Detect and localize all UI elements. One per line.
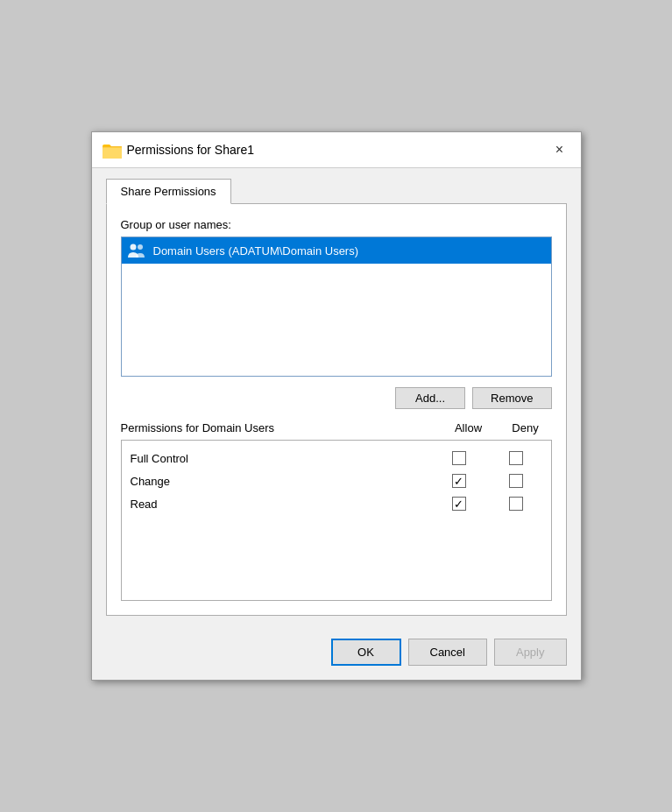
- perm-row-full-control: Full Control: [131, 451, 542, 465]
- tab-content: Group or user names: Domain: [106, 203, 567, 616]
- perm-row-change: Change: [131, 474, 542, 488]
- user-group-icon: [127, 241, 146, 260]
- title-bar-left: Permissions for Share1: [103, 142, 255, 158]
- permissions-dialog: Permissions for Share1 × Share Permissio…: [91, 131, 582, 681]
- perm-change-label: Change: [131, 475, 428, 488]
- read-allow-checkbox[interactable]: [452, 497, 466, 511]
- user-name: Domain Users (ADATUM\Domain Users): [153, 244, 359, 258]
- svg-rect-2: [103, 148, 122, 159]
- apply-button[interactable]: Apply: [494, 639, 567, 666]
- permissions-for-label: Permissions for Domain Users: [121, 421, 438, 434]
- ok-button[interactable]: OK: [331, 639, 401, 666]
- add-remove-buttons: Add... Remove: [121, 387, 552, 409]
- title-bar: Permissions for Share1 ×: [92, 132, 581, 168]
- perm-full-control-label: Full Control: [131, 452, 428, 465]
- full-control-deny-checkbox[interactable]: [509, 451, 523, 465]
- tab-header: Share Permissions: [106, 179, 567, 204]
- dialog-footer: OK Cancel Apply: [92, 630, 581, 680]
- perm-read-label: Read: [131, 498, 428, 511]
- close-button[interactable]: ×: [549, 139, 570, 160]
- permissions-header: Permissions for Domain Users Allow Deny: [121, 421, 552, 434]
- svg-point-5: [138, 244, 143, 250]
- dialog-content: Share Permissions Group or user names:: [92, 168, 581, 630]
- cancel-button[interactable]: Cancel: [408, 639, 487, 666]
- add-button[interactable]: Add...: [395, 387, 465, 409]
- full-control-allow-checkbox[interactable]: [452, 451, 466, 465]
- read-deny-checkbox[interactable]: [509, 497, 523, 511]
- full-control-deny-cell: [490, 451, 542, 465]
- permissions-empty-space: [131, 519, 542, 590]
- permissions-table: Full Control Change: [121, 440, 552, 601]
- svg-point-4: [130, 244, 136, 251]
- remove-button[interactable]: Remove: [472, 387, 551, 409]
- allow-column-header: Allow: [438, 421, 499, 434]
- change-allow-checkbox[interactable]: [452, 474, 466, 488]
- user-list[interactable]: Domain Users (ADATUM\Domain Users): [121, 237, 552, 377]
- tab-share-permissions[interactable]: Share Permissions: [106, 179, 231, 204]
- change-allow-cell: [428, 474, 490, 488]
- change-deny-checkbox[interactable]: [509, 474, 523, 488]
- full-control-allow-cell: [428, 451, 490, 465]
- change-deny-cell: [490, 474, 542, 488]
- list-item[interactable]: Domain Users (ADATUM\Domain Users): [122, 237, 551, 264]
- group-section-label: Group or user names:: [121, 218, 552, 231]
- perm-row-read: Read: [131, 497, 542, 511]
- read-allow-cell: [428, 497, 490, 511]
- dialog-title: Permissions for Share1: [127, 143, 255, 157]
- deny-column-header: Deny: [499, 421, 552, 434]
- read-deny-cell: [490, 497, 542, 511]
- folder-icon: [103, 142, 120, 158]
- svg-rect-3: [103, 146, 122, 147]
